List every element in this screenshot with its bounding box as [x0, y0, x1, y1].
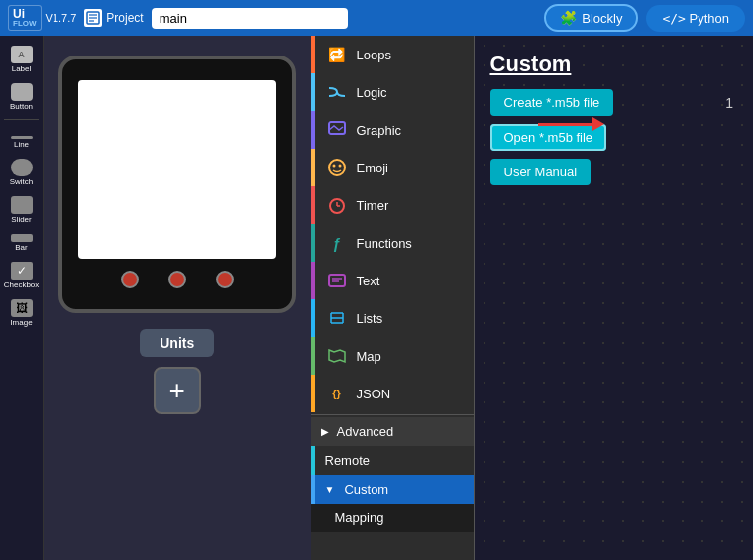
sidebar-label-switch: Switch	[10, 177, 34, 186]
text-label: Text	[357, 274, 380, 288]
add-button[interactable]: +	[154, 367, 201, 414]
lists-icon	[325, 306, 349, 330]
block-item-custom[interactable]: ▼ Custom	[311, 475, 474, 504]
sidebar-item-label[interactable]: A Label	[0, 42, 43, 77]
sidebar-item-button[interactable]: Button	[0, 79, 43, 115]
text-icon	[325, 269, 349, 292]
project-label: Project	[106, 11, 143, 25]
logic-label: Logic	[357, 85, 387, 100]
custom-title: Custom	[490, 52, 738, 77]
sidebar-label-label: Label	[12, 64, 32, 73]
loops-icon: 🔁	[325, 43, 349, 66]
json-label: JSON	[357, 387, 391, 401]
project-icon	[84, 9, 102, 27]
sidebar-label-image: Image	[10, 318, 32, 327]
advanced-triangle-icon: ▶	[321, 426, 329, 437]
device-buttons	[121, 271, 234, 288]
image-icon: 🖼	[11, 299, 33, 317]
block-item-logic[interactable]: Logic	[311, 73, 474, 111]
block-sub-item-mapping[interactable]: Mapping	[311, 504, 474, 532]
line-icon	[11, 136, 33, 139]
block-item-graphic[interactable]: Graphic	[311, 111, 474, 149]
graphic-label: Graphic	[357, 123, 402, 138]
create-m5b-button[interactable]: Create *.m5b file	[490, 89, 614, 116]
python-button[interactable]: </> Python	[646, 5, 745, 32]
sidebar-item-bar[interactable]: Bar	[0, 230, 43, 256]
logic-icon	[325, 80, 349, 104]
sidebar-item-checkbox[interactable]: ✓ Checkbox	[0, 258, 43, 293]
user-manual-button[interactable]: User Manual	[490, 159, 592, 185]
logo-area: Ui FLOW V1.7.7	[8, 5, 76, 31]
svg-point-7	[338, 165, 341, 168]
units-button[interactable]: Units	[140, 329, 214, 357]
map-label: Map	[357, 349, 381, 364]
slider-icon	[11, 196, 33, 214]
timer-label: Timer	[357, 198, 389, 213]
sidebar-label-checkbox: Checkbox	[4, 280, 40, 289]
timer-icon	[325, 193, 349, 217]
block-item-loops[interactable]: 🔁 Loops	[311, 36, 474, 73]
svg-point-5	[329, 160, 345, 175]
number-badge: 1	[725, 95, 733, 111]
device-frame	[58, 56, 296, 313]
blockly-button[interactable]: 🧩 Blockly	[544, 4, 638, 32]
main-layout: A Label Button Line Switch Slider Bar ✓ …	[0, 36, 753, 560]
switch-icon	[11, 159, 33, 176]
emoji-icon	[325, 156, 349, 179]
sidebar-label-line: Line	[14, 140, 29, 149]
json-icon: {}	[325, 382, 349, 405]
sidebar-item-switch[interactable]: Switch	[0, 155, 43, 190]
sidebar-item-slider[interactable]: Slider	[0, 192, 43, 228]
sidebar-item-line[interactable]: Line	[0, 124, 43, 153]
functions-icon: ƒ	[325, 231, 349, 255]
logo-icon: Ui FLOW	[8, 5, 42, 31]
block-item-lists[interactable]: Lists	[311, 299, 474, 337]
canvas-area: Units +	[44, 36, 311, 560]
bar-icon	[11, 234, 33, 242]
custom-triangle-icon: ▼	[325, 484, 335, 495]
top-bar: Ui FLOW V1.7.7 Project 🧩 Blockly </> Pyt…	[0, 0, 753, 36]
block-item-emoji[interactable]: Emoji	[311, 149, 474, 186]
block-separator-1	[311, 414, 474, 415]
blockly-label: Blockly	[582, 11, 622, 26]
python-label: Python	[690, 11, 729, 26]
right-panel: Custom Create *.m5b file Open *.m5b file…	[475, 36, 754, 560]
map-icon	[325, 344, 349, 368]
label-icon: A	[11, 46, 33, 63]
puzzle-icon: 🧩	[560, 10, 577, 26]
functions-label: Functions	[357, 236, 412, 251]
code-icon: </>	[662, 11, 685, 26]
device-btn-left[interactable]	[121, 271, 139, 288]
checkbox-icon: ✓	[11, 262, 33, 280]
remote-label: Remote	[325, 453, 371, 468]
device-screen	[78, 80, 276, 259]
graphic-icon	[325, 118, 349, 142]
device-btn-center[interactable]	[168, 271, 186, 288]
loops-label: Loops	[357, 48, 391, 62]
mapping-label: Mapping	[335, 510, 384, 525]
sidebar-item-image[interactable]: 🖼 Image	[0, 295, 43, 331]
sidebar-label-bar: Bar	[15, 243, 27, 252]
svg-point-6	[332, 165, 335, 168]
main-input[interactable]	[152, 8, 348, 29]
block-item-map[interactable]: Map	[311, 337, 474, 375]
advanced-label: Advanced	[337, 424, 394, 439]
block-item-timer[interactable]: Timer	[311, 186, 474, 224]
block-item-text[interactable]: Text	[311, 262, 474, 299]
lists-label: Lists	[357, 311, 383, 326]
block-item-remote[interactable]: Remote	[311, 446, 474, 475]
block-item-json[interactable]: {} JSON	[311, 375, 474, 412]
sidebar-divider-1	[4, 119, 38, 120]
block-group-advanced[interactable]: ▶ Advanced	[311, 417, 474, 446]
block-item-functions[interactable]: ƒ Functions	[311, 224, 474, 262]
custom-label: Custom	[344, 482, 388, 497]
device-btn-right[interactable]	[216, 271, 234, 288]
project-button[interactable]: Project	[84, 9, 143, 27]
sidebar-label-button: Button	[10, 102, 33, 111]
logo-text-flow: FLOW	[13, 20, 37, 28]
block-panel: 🔁 Loops Logic Graphic Emoji	[311, 36, 475, 560]
emoji-label: Emoji	[357, 161, 389, 175]
version-label: V1.7.7	[46, 12, 77, 24]
svg-rect-12	[329, 275, 345, 286]
left-sidebar: A Label Button Line Switch Slider Bar ✓ …	[0, 36, 44, 560]
